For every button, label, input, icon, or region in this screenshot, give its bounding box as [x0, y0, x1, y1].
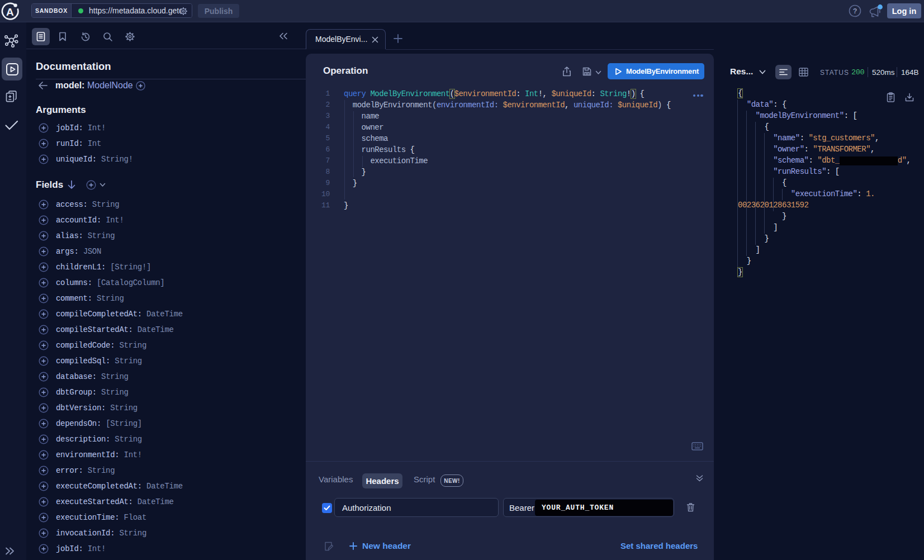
svg-text:A: A — [6, 6, 14, 18]
svg-text:?: ? — [853, 7, 857, 15]
